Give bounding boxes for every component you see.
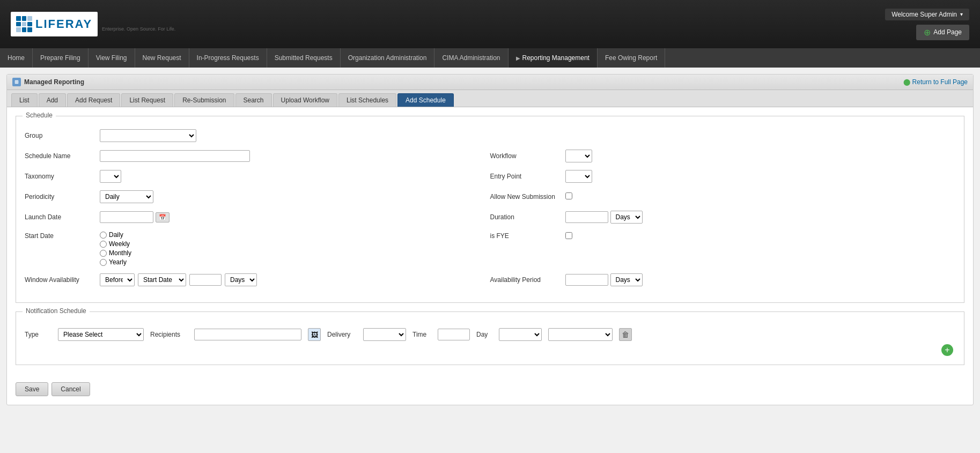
availability-period-control: Days Weeks Months [565, 273, 956, 286]
start-date-yearly-radio[interactable] [100, 259, 107, 266]
add-notification-button[interactable]: + [941, 344, 953, 356]
start-date-weekly-option[interactable]: Weekly [100, 240, 490, 248]
window-value-input[interactable] [189, 274, 222, 286]
top-bar: LIFERAY Enterprise. Open Source. For Lif… [0, 0, 980, 48]
start-date-weekly-radio[interactable] [100, 241, 107, 248]
group-col-left: Group [25, 129, 490, 142]
tab-add-schedule[interactable]: Add Schedule [397, 93, 454, 107]
launch-date-input[interactable] [100, 211, 153, 223]
tab-add[interactable]: Add [39, 93, 66, 107]
type-select[interactable]: Please Select [58, 328, 144, 341]
cancel-button[interactable]: Cancel [51, 382, 90, 396]
duration-control: Days Weeks Months [565, 211, 956, 224]
window-date-select[interactable]: Start Date End Date [138, 273, 186, 286]
recipients-input[interactable] [194, 329, 301, 340]
window-before-select[interactable]: Before After [100, 273, 135, 286]
recipients-label: Recipients [150, 331, 188, 338]
button-row: Save Cancel [7, 382, 973, 405]
availability-period-label: Availability Period [490, 276, 565, 284]
nav-submitted[interactable]: Submitted Requests [267, 48, 341, 68]
periodicity-col-right: Allow New Submission [490, 192, 956, 201]
schedule-name-control [100, 150, 490, 162]
return-to-full-page-link[interactable]: ⬤ Return to Full Page [903, 78, 968, 86]
tab-add-request[interactable]: Add Request [67, 93, 120, 107]
top-right-area: Welcome Super Admin ▾ ⊕ Add Page [885, 9, 969, 40]
panel-title: ⊞ Managed Reporting [12, 78, 84, 86]
time-label: Time [412, 331, 431, 338]
content-area: ⊞ Managed Reporting ⬤ Return to Full Pag… [0, 68, 980, 412]
tab-re-submission[interactable]: Re-Submission [174, 93, 234, 107]
tab-list-request[interactable]: List Request [121, 93, 173, 107]
start-date-daily-option[interactable]: Daily [100, 231, 490, 239]
periodicity-row: Periodicity Daily Weekly Monthly Yearly [25, 190, 955, 203]
day-select2[interactable] [548, 328, 613, 341]
tab-upload-workflow[interactable]: Upload Workflow [273, 93, 337, 107]
nav-new-request[interactable]: New Request [135, 48, 189, 68]
launch-date-calendar-button[interactable]: 📅 [156, 212, 170, 222]
nav-cima-admin[interactable]: CIMA Administration [434, 48, 508, 68]
group-control [100, 129, 490, 142]
workflow-control [565, 150, 956, 162]
taxonomy-col-left: Taxonomy [25, 170, 490, 183]
is-fye-checkbox[interactable] [565, 232, 572, 239]
form-area: Schedule Group [7, 107, 973, 382]
entry-point-label: Entry Point [490, 173, 565, 180]
is-fye-control [565, 232, 956, 241]
save-button[interactable]: Save [16, 382, 48, 396]
start-date-yearly-option[interactable]: Yearly [100, 258, 490, 266]
tab-search[interactable]: Search [235, 93, 272, 107]
window-availability-control: Before After Start Date End Date Days [100, 273, 490, 286]
nav-prepare-filing[interactable]: Prepare Filing [33, 48, 89, 68]
schedule-name-row: Schedule Name Workflow [25, 150, 955, 162]
start-date-monthly-radio[interactable] [100, 250, 107, 257]
delete-notification-button[interactable]: 🗑 [619, 328, 632, 341]
start-date-daily-radio[interactable] [100, 232, 107, 239]
nav-inprogress[interactable]: In-Progress Requests [189, 48, 267, 68]
allow-new-submission-label: Allow New Submission [490, 193, 565, 200]
allow-new-submission-control [565, 192, 956, 201]
panel-title-text: Managed Reporting [24, 78, 84, 86]
logo-grid [16, 16, 32, 32]
tab-list[interactable]: List [11, 93, 38, 107]
delivery-select[interactable] [363, 328, 406, 341]
duration-input[interactable] [565, 211, 608, 223]
schedule-name-col-right: Workflow [490, 150, 956, 162]
launch-date-col-left: Launch Date 📅 [25, 211, 490, 223]
periodicity-select[interactable]: Daily Weekly Monthly Yearly [100, 190, 153, 203]
start-date-monthly-option[interactable]: Monthly [100, 249, 490, 257]
day-select1[interactable] [499, 328, 542, 341]
welcome-dropdown-icon[interactable]: ▾ [960, 11, 963, 17]
delivery-label: Delivery [327, 331, 357, 338]
nav-view-filing[interactable]: View Filing [89, 48, 135, 68]
availability-period-input[interactable] [565, 274, 608, 286]
schedule-section-body: Group Schedule Na [16, 116, 964, 302]
group-row: Group [25, 129, 955, 142]
group-select[interactable] [100, 129, 196, 142]
taxonomy-select[interactable] [100, 170, 121, 183]
window-availability-col-left: Window Availability Before After Start D… [25, 273, 490, 286]
start-date-row: Start Date Daily Weekly [25, 231, 955, 266]
entry-point-select[interactable] [565, 170, 592, 183]
allow-new-submission-checkbox[interactable] [565, 192, 572, 199]
schedule-name-input[interactable] [100, 150, 250, 162]
nav-home[interactable]: Home [0, 48, 33, 68]
nav-reporting-management[interactable]: ▶ Reporting Management [509, 48, 598, 68]
window-unit-select[interactable]: Days Weeks Months [225, 273, 257, 286]
taxonomy-label: Taxonomy [25, 173, 100, 180]
nav-org-admin[interactable]: Organization Administration [341, 48, 435, 68]
schedule-name-label: Schedule Name [25, 152, 100, 160]
main-panel: ⊞ Managed Reporting ⬤ Return to Full Pag… [6, 74, 974, 405]
group-label: Group [25, 132, 100, 139]
recipients-browse-button[interactable]: 🖼 [308, 328, 321, 341]
availability-period-unit-select[interactable]: Days Weeks Months [610, 273, 643, 286]
duration-unit-select[interactable]: Days Weeks Months [610, 211, 643, 224]
window-availability-col-right: Availability Period Days Weeks Months [490, 273, 956, 286]
nav-fee-owing[interactable]: Fee Owing Report [598, 48, 665, 68]
time-input[interactable] [438, 329, 470, 340]
add-page-button[interactable]: ⊕ Add Page [916, 25, 969, 40]
notification-row: Type Please Select Recipients 🖼 Delivery [25, 325, 955, 344]
workflow-select[interactable] [565, 150, 592, 162]
logo-tagline: Enterprise. Open Source. For Life. [102, 26, 175, 32]
tab-list-schedules[interactable]: List Schedules [338, 93, 396, 107]
launch-date-row: Launch Date 📅 Duration Days [25, 211, 955, 224]
